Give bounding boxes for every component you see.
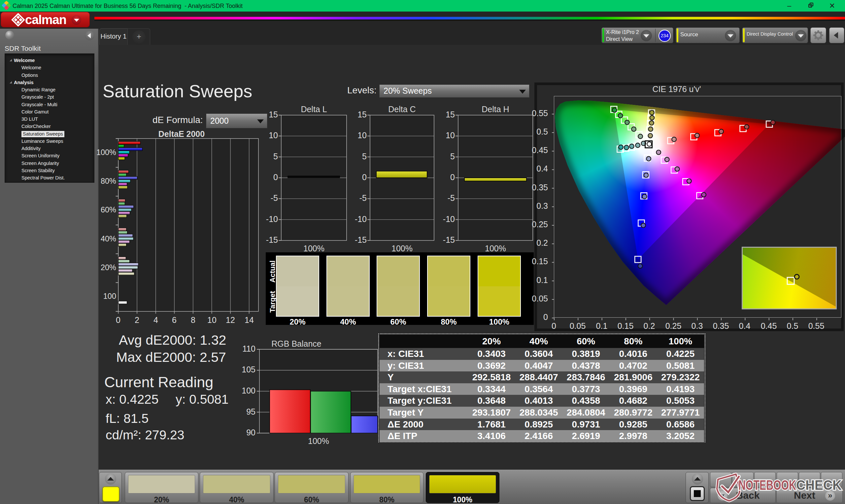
svg-text:NOTEBOOK: NOTEBOOK [738,477,796,493]
svg-text:CHECK: CHECK [796,477,842,493]
